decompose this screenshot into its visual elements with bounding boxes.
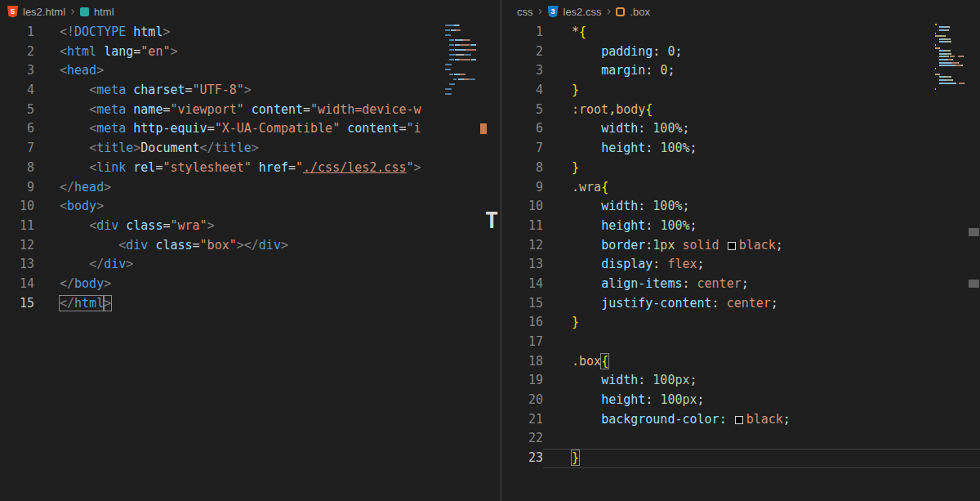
minimap-html[interactable] — [445, 23, 476, 96]
line-number: 19 — [502, 371, 543, 391]
code-line[interactable]: 8} — [502, 159, 980, 178]
line-number: 22 — [502, 429, 543, 449]
code-line[interactable]: 16} — [502, 313, 980, 333]
code-line[interactable]: 7 <title>Document</title> — [0, 139, 500, 159]
code-line-text: <meta charset="UTF-8"> — [34, 81, 500, 101]
color-swatch[interactable] — [735, 416, 743, 424]
code-line[interactable]: 4} — [502, 81, 980, 101]
cursor-artifact: T — [485, 209, 498, 232]
code-line-text: .wra{ — [543, 178, 980, 198]
code-editor-css[interactable]: 1*{2 padding: 0;3 margin: 0;4}5:root,bod… — [502, 23, 980, 501]
line-number: 9 — [0, 178, 34, 198]
code-line[interactable]: 3<head> — [0, 61, 500, 81]
line-number: 8 — [0, 159, 34, 178]
code-line-text: *{ — [543, 23, 980, 42]
code-line[interactable]: 3 margin: 0; — [502, 61, 980, 81]
code-line-text: } — [543, 449, 980, 468]
code-line-text: align-items: center; — [543, 275, 980, 294]
code-line[interactable]: 18.box{ — [502, 352, 980, 372]
line-number: 14 — [0, 275, 34, 294]
chevron-right-icon: › — [536, 4, 546, 19]
code-line[interactable]: 2<html lang="en"> — [0, 42, 500, 62]
code-line[interactable]: 21 background-color: black; — [502, 410, 980, 430]
code-line[interactable]: 19 width: 100px; — [502, 371, 980, 391]
code-line[interactable]: 2 padding: 0; — [502, 42, 980, 62]
code-line-text: height: 100%; — [543, 139, 980, 159]
breadcrumb-file-css[interactable]: 3 les2.css — [548, 6, 602, 18]
code-line[interactable]: 22 — [502, 429, 980, 449]
code-line[interactable]: 14 align-items: center; — [502, 275, 980, 294]
css3-file-icon: 3 — [548, 6, 559, 18]
code-line-text: width: 100px; — [543, 371, 980, 391]
code-line-text: height: 100%; — [543, 217, 980, 236]
breadcrumb-folder-label: css — [517, 6, 533, 18]
code-line-text: <meta http-equiv="X-UA-Compatible" conte… — [34, 119, 500, 139]
editor-pane-css: css › 3 les2.css › .box 1*{2 padding: 0;… — [502, 0, 980, 501]
code-line-text: <meta name="viewport" content="width=dev… — [34, 101, 500, 120]
code-line-text: } — [543, 313, 980, 333]
code-line[interactable]: 8 <link rel="stylesheet" href="./css/les… — [0, 159, 500, 178]
code-line[interactable]: 9.wra{ — [502, 178, 980, 198]
code-line[interactable]: 5 <meta name="viewport" content="width=d… — [0, 101, 500, 120]
code-line[interactable]: 15</html> — [0, 294, 500, 314]
code-line[interactable]: 12 <div class="box"></div> — [0, 236, 500, 256]
line-number: 10 — [502, 197, 543, 217]
line-number: 16 — [502, 313, 543, 333]
line-number: 20 — [502, 391, 543, 410]
code-line[interactable]: 6 width: 100%; — [502, 119, 980, 139]
code-line[interactable]: 17 — [502, 333, 980, 352]
code-line[interactable]: 15 justify-content: center; — [502, 294, 980, 314]
color-swatch[interactable] — [728, 242, 736, 250]
line-number: 5 — [502, 101, 543, 120]
code-line[interactable]: 6 <meta http-equiv="X-UA-Compatible" con… — [0, 119, 500, 139]
line-number: 3 — [0, 61, 34, 81]
code-line[interactable]: 9</head> — [0, 178, 500, 198]
code-line[interactable]: 10 width: 100%; — [502, 197, 980, 217]
code-line[interactable]: 11 <div class="wra"> — [0, 217, 500, 236]
code-line-text: <div class="box"></div> — [34, 236, 500, 256]
code-line[interactable]: 14</body> — [0, 275, 500, 294]
code-line[interactable]: 1<!DOCTYPE html> — [0, 23, 500, 42]
code-line-text: </html> — [34, 294, 500, 314]
code-line[interactable]: 20 height: 100px; — [502, 391, 980, 410]
breadcrumb-symbol-html[interactable]: html — [80, 6, 114, 18]
code-line[interactable]: 13 display: flex; — [502, 255, 980, 275]
line-number: 13 — [502, 255, 543, 275]
line-number: 15 — [0, 294, 34, 314]
code-line[interactable]: 13 </div> — [0, 255, 500, 275]
code-line[interactable]: 4 <meta charset="UTF-8"> — [0, 81, 500, 101]
line-number: 11 — [502, 217, 543, 236]
code-editor-html[interactable]: 1<!DOCTYPE html>2<html lang="en">3<head>… — [0, 23, 500, 501]
code-line[interactable]: 5:root,body{ — [502, 101, 980, 120]
line-number: 7 — [502, 139, 543, 159]
line-number: 9 — [502, 178, 543, 198]
breadcrumb-symbol-box[interactable]: .box — [616, 6, 650, 18]
code-line[interactable]: 23} — [502, 449, 980, 468]
code-line-text: <html lang="en"> — [34, 42, 500, 62]
class-symbol-icon — [616, 7, 625, 16]
code-line-text: display: flex; — [543, 255, 980, 275]
code-line[interactable]: 1*{ — [502, 23, 980, 42]
line-number: 1 — [502, 23, 543, 42]
code-line-text: width: 100%; — [543, 119, 980, 139]
line-number: 6 — [0, 119, 34, 139]
scrollbar-decoration — [969, 228, 979, 236]
line-number: 2 — [0, 42, 34, 62]
line-number: 6 — [502, 119, 543, 139]
breadcrumb-folder-css[interactable]: css — [517, 6, 533, 18]
breadcrumb-symbol-label: html — [94, 6, 114, 18]
breadcrumb-file-label: les2.css — [564, 6, 602, 18]
line-number: 13 — [0, 255, 34, 275]
code-line[interactable]: 11 height: 100%; — [502, 217, 980, 236]
code-line[interactable]: 7 height: 100%; — [502, 139, 980, 159]
code-line-text: <link rel="stylesheet" href="./css/les2.… — [34, 159, 500, 178]
code-line[interactable]: 10<body> — [0, 197, 500, 217]
minimap-css[interactable] — [935, 23, 964, 91]
code-line-text: padding: 0; — [543, 42, 980, 62]
breadcrumb-file-html[interactable]: 5 les2.html — [7, 6, 65, 18]
html5-file-icon: 5 — [7, 6, 18, 18]
code-line[interactable]: 12 border:1px solid black; — [502, 236, 980, 256]
line-number: 15 — [502, 294, 543, 314]
code-line-text: </div> — [34, 255, 500, 275]
html-symbol-icon — [80, 7, 89, 16]
